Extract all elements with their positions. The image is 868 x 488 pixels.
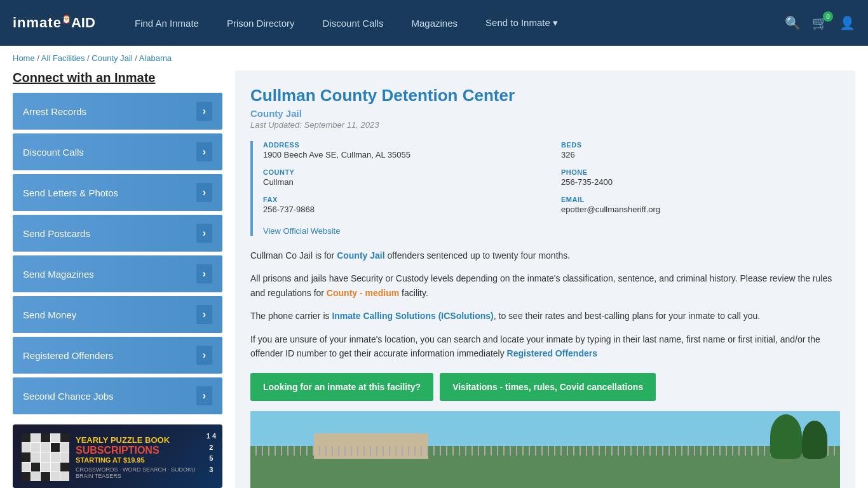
ad-banner[interactable]: Yearly Puzzle Book SUBSCRIPTIONS Startin… — [13, 424, 222, 488]
breadcrumb-all-facilities[interactable]: All Facilities — [41, 53, 85, 63]
ad-text: Yearly Puzzle Book SUBSCRIPTIONS Startin… — [76, 435, 214, 479]
phone-block: PHONE 256-735-2400 — [561, 168, 840, 187]
sidebar-item-send-postcards[interactable]: Send Postcards › — [13, 215, 222, 252]
fax-label: FAX — [263, 196, 542, 203]
nav-discount-calls[interactable]: Discount Calls — [309, 0, 398, 46]
desc2-link[interactable]: County - medium — [327, 288, 399, 298]
beds-value: 326 — [561, 150, 840, 159]
ad-line2: SUBSCRIPTIONS — [76, 445, 214, 456]
beds-label: BEDS — [561, 141, 840, 149]
cart-icon-wrapper[interactable]: 🛒 0 — [812, 15, 828, 30]
ad-line3: Starting at $19.95 — [76, 456, 214, 464]
photo-fence — [250, 446, 840, 456]
photo-tree2 — [802, 421, 827, 459]
main-nav: Find An Inmate Prison Directory Discount… — [121, 0, 766, 46]
puzzle-grid — [22, 433, 69, 481]
logo-hat-icon: 🎅 — [62, 15, 71, 24]
facility-name: Cullman County Detention Center — [250, 86, 840, 105]
detail-panel: Cullman County Detention Center County J… — [235, 71, 855, 488]
nav-find-inmate[interactable]: Find An Inmate — [121, 0, 213, 46]
county-block: COUNTY Cullman — [263, 168, 542, 187]
sidebar-item-label: Send Money — [23, 309, 76, 320]
action-buttons: Looking for an inmate at this facility? … — [250, 373, 840, 401]
arrow-icon: › — [196, 386, 212, 405]
sidebar-item-label: Arrest Records — [23, 106, 86, 117]
email-label: EMAIL — [561, 196, 840, 203]
cart-badge: 0 — [823, 11, 833, 22]
description-1: Cullman Co Jail is for County Jail offen… — [250, 248, 840, 262]
ad-line1: Yearly Puzzle Book — [76, 435, 214, 445]
sidebar-item-label: Registered Offenders — [23, 350, 113, 361]
last-updated: Last Updated: September 11, 2023 — [250, 120, 840, 130]
sidebar-item-registered-offenders[interactable]: Registered Offenders › — [13, 337, 222, 374]
arrow-icon: › — [196, 102, 212, 121]
sidebar-item-arrest-records[interactable]: Arrest Records › — [13, 93, 222, 130]
sidebar-item-send-money[interactable]: Send Money › — [13, 296, 222, 333]
photo-tree1 — [770, 414, 802, 459]
breadcrumb-state[interactable]: Alabama — [139, 53, 172, 63]
description-3: The phone carrier is Inmate Calling Solu… — [250, 309, 840, 323]
description-2: All prisons and jails have Security or C… — [250, 271, 840, 300]
breadcrumb: Home / All Facilities / County Jail / Al… — [0, 46, 868, 71]
facility-photo — [250, 411, 840, 488]
breadcrumb-home[interactable]: Home — [13, 53, 35, 63]
address-value: 1900 Beech Ave SE, Cullman, AL 35055 — [263, 150, 542, 159]
logo-aid-text: AID — [71, 15, 95, 31]
ad-content: Yearly Puzzle Book SUBSCRIPTIONS Startin… — [22, 433, 214, 481]
phone-label: PHONE — [561, 168, 840, 176]
desc1-rest: offenders sentenced up to twenty four mo… — [385, 250, 571, 261]
search-icon[interactable]: 🔍 — [785, 15, 801, 30]
sidebar-item-second-chance-jobs[interactable]: Second Chance Jobs › — [13, 377, 222, 414]
find-inmate-button[interactable]: Looking for an inmate at this facility? — [250, 373, 433, 401]
website-block: View Official Website — [263, 226, 840, 236]
email-block: EMAIL epotter@cullmansheriff.org — [561, 196, 840, 214]
logo-inmate-text: inmate — [13, 15, 62, 31]
visitations-button[interactable]: Visitations - times, rules, Covid cancel… — [440, 373, 656, 401]
fax-block: FAX 256-737-9868 — [263, 196, 542, 214]
user-icon[interactable]: 👤 — [839, 15, 855, 30]
address-block: ADDRESS 1900 Beech Ave SE, Cullman, AL 3… — [263, 141, 542, 159]
arrow-icon: › — [196, 264, 212, 283]
desc3-rest: , to see their rates and best-calling pl… — [494, 311, 760, 321]
arrow-icon: › — [196, 224, 212, 243]
sidebar: Connect with an Inmate Arrest Records › … — [13, 71, 222, 488]
header-icons: 🔍 🛒 0 👤 — [785, 15, 855, 30]
facility-type: County Jail — [250, 108, 840, 119]
logo[interactable]: inmate🎅AID — [13, 15, 102, 31]
sidebar-item-label: Send Magazines — [23, 269, 94, 280]
info-grid: ADDRESS 1900 Beech Ave SE, Cullman, AL 3… — [250, 141, 840, 236]
breadcrumb-county-jail[interactable]: County Jail — [92, 53, 132, 63]
sidebar-item-label: Second Chance Jobs — [23, 391, 114, 402]
ad-sub: Crosswords · Word Search · Sudoku · Brai… — [76, 466, 214, 479]
desc2-rest: facility. — [399, 288, 428, 298]
address-label: ADDRESS — [263, 141, 542, 149]
sidebar-item-send-magazines[interactable]: Send Magazines › — [13, 255, 222, 292]
sidebar-item-send-letters[interactable]: Send Letters & Photos › — [13, 174, 222, 211]
ad-numbers: 1 4253 — [207, 431, 216, 475]
sidebar-item-label: Send Letters & Photos — [23, 187, 118, 198]
email-value: epotter@cullmansheriff.org — [561, 205, 840, 214]
nav-prison-directory[interactable]: Prison Directory — [213, 0, 309, 46]
arrow-icon: › — [196, 305, 212, 324]
sidebar-title: Connect with an Inmate — [13, 71, 222, 85]
desc4-link[interactable]: Registered Offenders — [507, 348, 597, 358]
desc1-link[interactable]: County Jail — [337, 250, 384, 261]
county-value: Cullman — [263, 177, 542, 187]
nav-send-to-inmate[interactable]: Send to Inmate ▾ — [471, 0, 572, 46]
site-header: inmate🎅AID Find An Inmate Prison Directo… — [0, 0, 868, 46]
description-4: If you are unsure of your inmate's locat… — [250, 332, 840, 361]
nav-magazines[interactable]: Magazines — [397, 0, 471, 46]
desc3-link[interactable]: Inmate Calling Solutions (ICSolutions) — [332, 311, 493, 321]
beds-block: BEDS 326 — [561, 141, 840, 159]
website-link[interactable]: View Official Website — [263, 226, 340, 236]
desc1-text: Cullman Co Jail is for — [250, 250, 337, 261]
sidebar-item-label: Send Postcards — [23, 228, 90, 239]
desc3-text: The phone carrier is — [250, 311, 332, 321]
county-label: COUNTY — [263, 168, 542, 176]
phone-value: 256-735-2400 — [561, 177, 840, 187]
sidebar-item-discount-calls[interactable]: Discount Calls › — [13, 133, 222, 170]
main-content: Connect with an Inmate Arrest Records › … — [0, 71, 868, 488]
arrow-icon: › — [196, 346, 212, 365]
sidebar-item-label: Discount Calls — [23, 147, 84, 158]
arrow-icon: › — [196, 142, 212, 161]
